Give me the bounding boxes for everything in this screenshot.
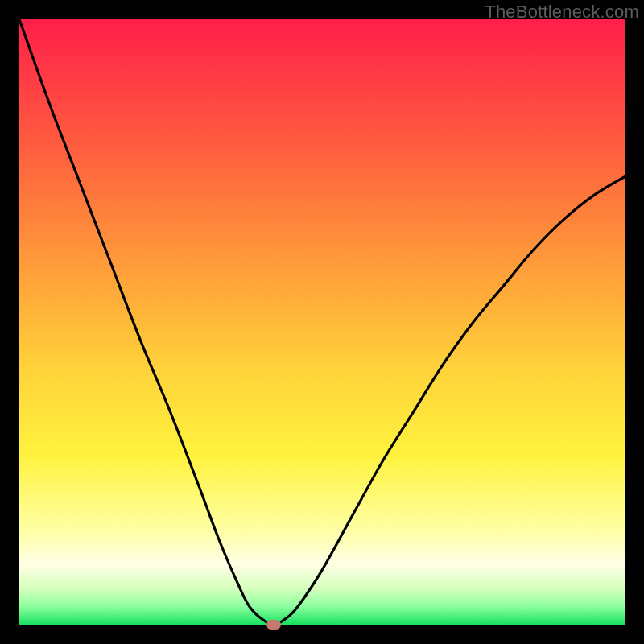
optimal-point-marker [266,620,281,630]
chart-frame [19,19,625,625]
bottleneck-curve [19,19,625,625]
chart-curve-layer [19,19,625,625]
